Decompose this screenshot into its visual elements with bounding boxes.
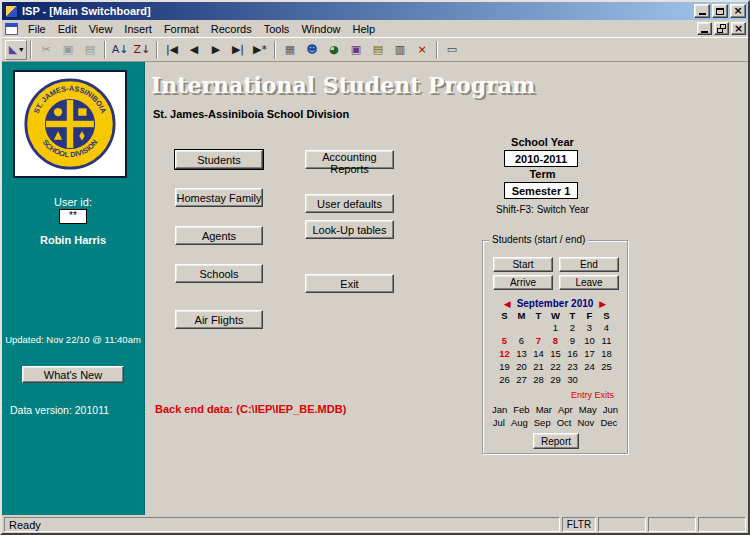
database-button[interactable]: ▤ <box>367 40 389 60</box>
calendar-day[interactable]: 29 <box>547 373 564 386</box>
calendar-day[interactable]: 20 <box>513 360 530 373</box>
design-view-button[interactable]: ◣▾ <box>5 40 27 60</box>
next-month-button[interactable]: ▶ <box>596 299 609 309</box>
user-id-input[interactable]: ** <box>59 209 87 224</box>
calendar-day[interactable]: 9 <box>564 334 581 347</box>
month-button-feb[interactable]: Feb <box>513 404 529 415</box>
arrive-button[interactable]: Arrive <box>493 275 553 290</box>
next-record-button[interactable]: ▶ <box>205 40 227 60</box>
start-button[interactable]: Start <box>493 257 553 272</box>
first-record-button[interactable]: |◀ <box>161 40 183 60</box>
month-button-apr[interactable]: Apr <box>558 404 573 415</box>
copy-button: ▣ <box>57 40 79 60</box>
calendar-day[interactable]: 2 <box>564 321 581 334</box>
calendar-day[interactable]: 23 <box>564 360 581 373</box>
sort-descending-button[interactable]: Z↓ <box>131 40 153 60</box>
calendar-day[interactable]: 6 <box>513 334 530 347</box>
month-button-jun[interactable]: Jun <box>603 404 618 415</box>
calendar-day[interactable]: 22 <box>547 360 564 373</box>
calendar-day[interactable]: 4 <box>598 321 615 334</box>
menu-item-format[interactable]: Format <box>158 22 205 36</box>
month-button-jan[interactable]: Jan <box>492 404 507 415</box>
calendar-day[interactable]: 16 <box>564 347 581 360</box>
minimize-button[interactable] <box>694 4 710 18</box>
calendar-day[interactable]: 11 <box>598 334 615 347</box>
month-button-mar[interactable]: Mar <box>536 404 552 415</box>
menu-item-tools[interactable]: Tools <box>258 22 296 36</box>
menu-item-view[interactable]: View <box>83 22 119 36</box>
calendar-day[interactable]: 1 <box>547 321 564 334</box>
calendar-day[interactable]: 28 <box>530 373 547 386</box>
child-close-button[interactable]: × <box>731 22 746 35</box>
month-button-aug[interactable]: Aug <box>511 417 528 428</box>
calendar-day[interactable]: 10 <box>581 334 598 347</box>
month-button-jul[interactable]: Jul <box>493 417 505 428</box>
calendar-day[interactable]: 7 <box>530 334 547 347</box>
chart-button[interactable]: ◕ <box>323 40 345 60</box>
schools-button[interactable]: Schools <box>175 264 263 283</box>
user-defaults-button[interactable]: User defaults <box>305 194 394 213</box>
previous-record-button[interactable]: ◀ <box>183 40 205 60</box>
people-button[interactable]: ☻ <box>301 40 323 60</box>
last-record-button[interactable]: ▶| <box>227 40 249 60</box>
calendar-day[interactable]: 19 <box>496 360 513 373</box>
prev-month-button[interactable]: ◀ <box>501 299 514 309</box>
calendar-day[interactable]: 5 <box>496 334 513 347</box>
maximize-button[interactable] <box>712 4 728 18</box>
menu-item-insert[interactable]: Insert <box>118 22 158 36</box>
help-button[interactable]: ▭ <box>441 40 463 60</box>
exit-button[interactable]: Exit <box>305 274 394 293</box>
month-button-dec[interactable]: Dec <box>600 417 617 428</box>
calendar-day[interactable]: 14 <box>530 347 547 360</box>
calendar-day[interactable]: 21 <box>530 360 547 373</box>
toolbar-separator <box>30 41 32 59</box>
sort-ascending-button[interactable]: A↓ <box>109 40 131 60</box>
content-area: ST. JAMES-ASSINIBOIA SCHOOL DIVISION Use… <box>2 62 748 515</box>
menu-item-window[interactable]: Window <box>295 22 346 36</box>
end-button[interactable]: End <box>559 257 619 272</box>
leave-button[interactable]: Leave <box>559 275 619 290</box>
report-button[interactable]: Report <box>533 433 579 449</box>
database-window-button[interactable]: ▣ <box>345 40 367 60</box>
properties-button[interactable]: ▥ <box>389 40 411 60</box>
new-record-icon: ▶* <box>253 44 267 55</box>
homestay-family-button[interactable]: Homestay Family <box>175 188 263 207</box>
agents-button[interactable]: Agents <box>175 226 263 245</box>
whats-new-button[interactable]: What's New <box>22 366 124 383</box>
calendar-day[interactable]: 12 <box>496 347 513 360</box>
calendar-day[interactable]: 25 <box>598 360 615 373</box>
delete-icon: × <box>417 44 426 55</box>
calendar-day[interactable]: 8 <box>547 334 564 347</box>
calendar-day[interactable]: 30 <box>564 373 581 386</box>
calendar-day-header: S <box>496 309 513 321</box>
child-minimize-button[interactable] <box>697 22 712 35</box>
calendar-day[interactable]: 26 <box>496 373 513 386</box>
delete-button[interactable]: × <box>411 40 433 60</box>
students-button[interactable]: Students <box>175 150 263 169</box>
air-flights-button[interactable]: Air Flights <box>175 310 263 329</box>
month-button-sep[interactable]: Sep <box>534 417 551 428</box>
month-button-nov[interactable]: Nov <box>577 417 594 428</box>
menu-item-edit[interactable]: Edit <box>52 22 83 36</box>
group-legend: Students (start / end) <box>489 234 588 246</box>
calendar-day[interactable]: 17 <box>581 347 598 360</box>
calendar-day[interactable]: 27 <box>513 373 530 386</box>
look-up-tables-button[interactable]: Look-Up tables <box>305 220 394 239</box>
menu-item-help[interactable]: Help <box>347 22 382 36</box>
calendar-day[interactable]: 24 <box>581 360 598 373</box>
calendar-day[interactable]: 3 <box>581 321 598 334</box>
menu-item-records[interactable]: Records <box>205 22 258 36</box>
calendar-day[interactable]: 15 <box>547 347 564 360</box>
new-record-button[interactable]: ▶* <box>249 40 271 60</box>
child-restore-button[interactable] <box>714 22 729 35</box>
calendar-day[interactable]: 18 <box>598 347 615 360</box>
month-button-oct[interactable]: Oct <box>557 417 572 428</box>
calendar-day[interactable]: 13 <box>513 347 530 360</box>
close-button[interactable]: × <box>730 4 746 18</box>
month-button-may[interactable]: May <box>579 404 597 415</box>
accounting-reports-button[interactable]: Accounting Reports <box>305 150 394 169</box>
calendar-empty-cell <box>598 373 615 386</box>
menu-item-file[interactable]: File <box>22 22 52 36</box>
minimize-icon <box>701 31 708 33</box>
datasheet-button[interactable]: ▦ <box>279 40 301 60</box>
